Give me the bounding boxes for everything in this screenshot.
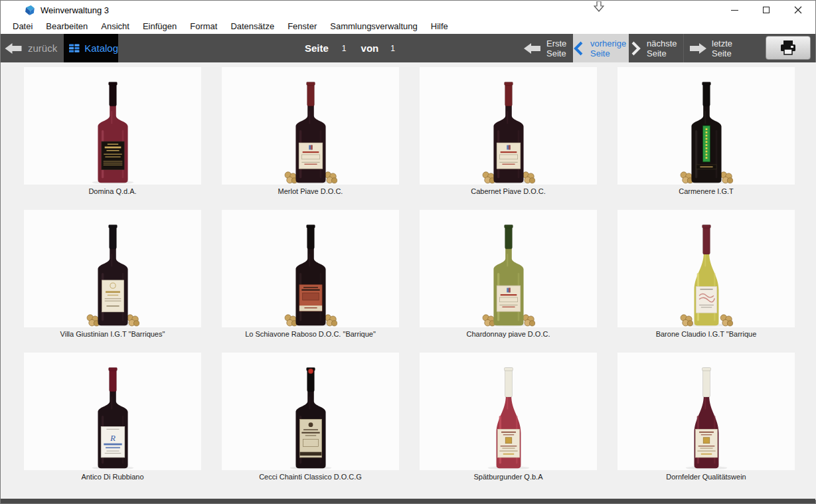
wine-bottle-image — [66, 218, 159, 327]
wine-photo[interactable] — [24, 210, 201, 327]
wine-photo[interactable] — [24, 67, 201, 185]
katalog-button[interactable]: Katalog — [64, 34, 118, 62]
wine-tile: Lo Schiavone Raboso D.O.C. "Barrique" — [222, 210, 399, 353]
wine-tile: Dornfelder Qualitätswein — [617, 353, 795, 495]
bottom-bar — [1, 499, 815, 503]
first-page-label-line1: Erste — [546, 39, 566, 48]
previous-page-button[interactable]: vorherige Seite — [573, 34, 629, 62]
minimize-icon[interactable] — [718, 1, 750, 19]
wine-title: Cabernet Piave D.O.C. — [420, 187, 597, 196]
wine-tile: Chardonnay piave D.O.C. — [420, 210, 597, 353]
wine-bottle-image — [462, 361, 555, 470]
wine-tile: Spätburgunder Q.b.A — [420, 353, 597, 495]
app-icon — [25, 5, 36, 16]
page-word: Seite — [305, 42, 329, 54]
wine-bottle-image: R — [66, 361, 159, 470]
wine-photo[interactable] — [222, 210, 399, 327]
arrow-right-icon — [689, 42, 706, 55]
wine-photo[interactable] — [617, 67, 795, 185]
katalog-label: Katalog — [84, 42, 118, 54]
arrow-left-icon — [524, 42, 541, 55]
next-page-label-line2: Seite — [647, 48, 677, 58]
wine-tile: R Antico Di Rubbiano — [24, 353, 201, 495]
wine-title: Barone Claudio I.G.T "Barrique — [617, 330, 795, 339]
wine-bottle-image — [264, 76, 357, 185]
menu-item-ansicht[interactable]: Ansicht — [94, 19, 136, 34]
wine-photo[interactable]: R — [24, 353, 201, 470]
window-controls — [718, 1, 814, 19]
wine-tile: Cecci Chainti Classico D.O.C.G — [222, 353, 399, 495]
catalog-grid: Domina Q.d.A. Merlot Piave D.O.C. Cabern… — [1, 62, 816, 500]
mouse-cursor — [594, 1, 604, 15]
chevron-right-icon — [629, 41, 641, 56]
wine-bottle-image — [660, 76, 753, 185]
window-title: Weinverwaltung 3 — [41, 5, 109, 15]
previous-page-label-line2: Seite — [590, 48, 626, 58]
next-page-button[interactable]: nächste Seite — [629, 34, 681, 62]
maximize-icon[interactable] — [750, 1, 782, 19]
print-button[interactable] — [766, 36, 811, 60]
page-indicator: Seite 1 von 1 — [305, 34, 395, 62]
wine-photo[interactable] — [222, 353, 399, 470]
next-page-label-line1: nächste — [647, 39, 677, 48]
wine-bottle-image — [462, 76, 555, 185]
wine-photo[interactable] — [420, 67, 597, 185]
wine-bottle-image — [264, 361, 357, 470]
wine-title: Dornfelder Qualitätswein — [617, 473, 795, 481]
menu-item-hilfe[interactable]: Hilfe — [424, 19, 455, 34]
printer-icon — [779, 40, 797, 56]
previous-page-label-line1: vorherige — [590, 39, 626, 48]
menu-item-datei[interactable]: Datei — [6, 19, 39, 34]
menu-item-format[interactable]: Format — [183, 19, 224, 34]
wine-bottle-image — [462, 218, 555, 327]
wine-photo[interactable] — [617, 210, 795, 327]
arrow-left-icon — [5, 42, 23, 55]
wine-title: Spätburgunder Q.b.A — [420, 473, 597, 481]
wine-photo[interactable] — [617, 353, 795, 470]
wine-title: Merlot Piave D.O.C. — [222, 187, 399, 196]
of-word: von — [361, 42, 379, 54]
wine-tile: Carmenere I.G.T — [617, 67, 795, 210]
wine-title: Lo Schiavone Raboso D.O.C. "Barrique" — [222, 330, 399, 339]
wine-photo[interactable] — [420, 353, 597, 470]
wine-title: Chardonnay piave D.O.C. — [420, 330, 597, 339]
wine-title: Villa Giustinian I.G.T "Barriques" — [24, 330, 201, 339]
grid-icon — [69, 42, 80, 55]
first-page-label-line2: Seite — [546, 48, 566, 58]
back-label: zurück — [28, 42, 57, 54]
toolbar: zurück Katalog Seite 1 von 1 Erste — [1, 34, 815, 62]
wine-title: Carmenere I.G.T — [617, 187, 795, 196]
app-window: Weinverwaltung 3 DateiBearbeitenAnsichtE… — [0, 0, 816, 504]
menu-item-fenster[interactable]: Fenster — [281, 19, 323, 34]
svg-text:R: R — [110, 433, 116, 443]
last-page-button[interactable]: letzte Seite — [683, 34, 735, 62]
wine-tile: Merlot Piave D.O.C. — [222, 67, 399, 210]
wine-bottle-image — [66, 76, 159, 185]
menu-item-einfugen[interactable]: Einfügen — [136, 19, 183, 34]
total-page-number: 1 — [390, 44, 395, 53]
wine-tile: Domina Q.d.A. — [24, 67, 201, 210]
menu-bar: DateiBearbeitenAnsichtEinfügenFormatDate… — [1, 19, 815, 34]
wine-title: Antico Di Rubbiano — [24, 473, 201, 481]
title-bar: Weinverwaltung 3 — [1, 1, 815, 19]
wine-photo[interactable] — [222, 67, 399, 185]
wine-tile: Cabernet Piave D.O.C. — [420, 67, 597, 210]
menu-item-datensatze[interactable]: Datensätze — [224, 19, 281, 34]
wine-bottle-image — [660, 361, 753, 470]
back-button[interactable]: zurück — [5, 34, 57, 62]
wine-tile: Villa Giustinian I.G.T "Barriques" — [24, 210, 201, 353]
last-page-label-line2: Seite — [712, 48, 732, 58]
first-page-button[interactable]: Erste Seite — [524, 34, 572, 62]
wine-title: Domina Q.d.A. — [24, 187, 201, 196]
close-icon[interactable] — [782, 1, 814, 19]
wine-tile: Barone Claudio I.G.T "Barrique — [617, 210, 795, 353]
chevron-left-icon — [573, 41, 585, 56]
current-page-number: 1 — [342, 44, 347, 53]
menu-item-bearbeiten[interactable]: Bearbeiten — [39, 19, 94, 34]
wine-bottle-image — [660, 218, 753, 327]
last-page-label-line1: letzte — [712, 39, 732, 48]
menu-item-sammlungsverwaltung[interactable]: Sammlungsverwaltung — [323, 19, 424, 34]
wine-photo[interactable] — [420, 210, 597, 327]
wine-bottle-image — [264, 218, 357, 327]
wine-title: Cecci Chainti Classico D.O.C.G — [222, 473, 399, 481]
